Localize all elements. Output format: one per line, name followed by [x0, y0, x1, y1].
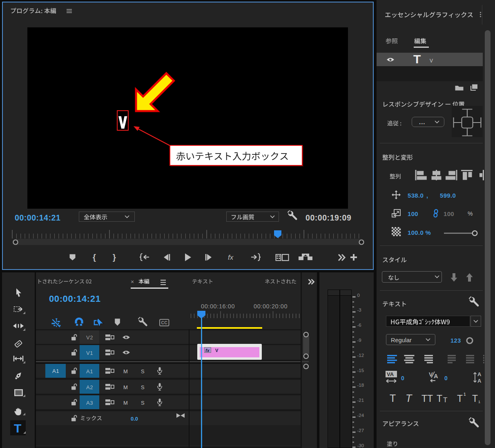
svg-text:A: A: [477, 378, 482, 384]
svg-text:-15: -15: [357, 368, 364, 373]
svg-text:-27: -27: [357, 428, 364, 433]
svg-text:-21: -21: [357, 398, 364, 403]
svg-text:-6: -6: [357, 323, 361, 328]
svg-text:-30: -30: [357, 443, 364, 448]
svg-text:A: A: [434, 373, 438, 379]
svg-text:-18: -18: [357, 383, 364, 388]
svg-text:-12: -12: [357, 353, 364, 358]
svg-text:A: A: [477, 371, 482, 377]
svg-text:-24: -24: [357, 413, 364, 418]
svg-text:-9: -9: [357, 338, 361, 343]
svg-text:VA: VA: [387, 371, 394, 377]
svg-text:-3: -3: [357, 308, 361, 312]
svg-text:V: V: [429, 371, 433, 378]
svg-text:0: 0: [357, 293, 360, 298]
